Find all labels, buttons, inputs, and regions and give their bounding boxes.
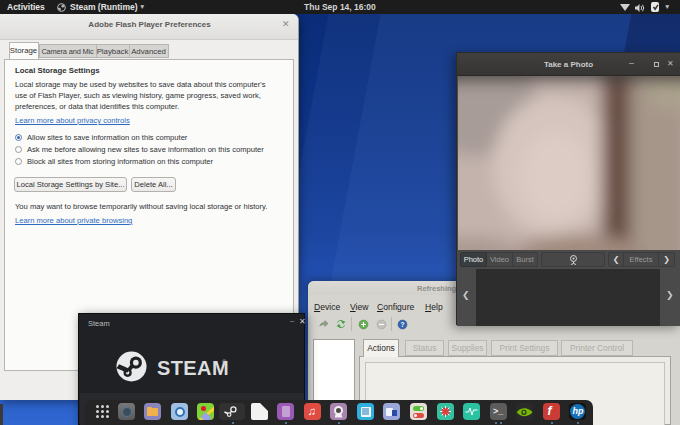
- svg-text:?: ?: [401, 321, 405, 328]
